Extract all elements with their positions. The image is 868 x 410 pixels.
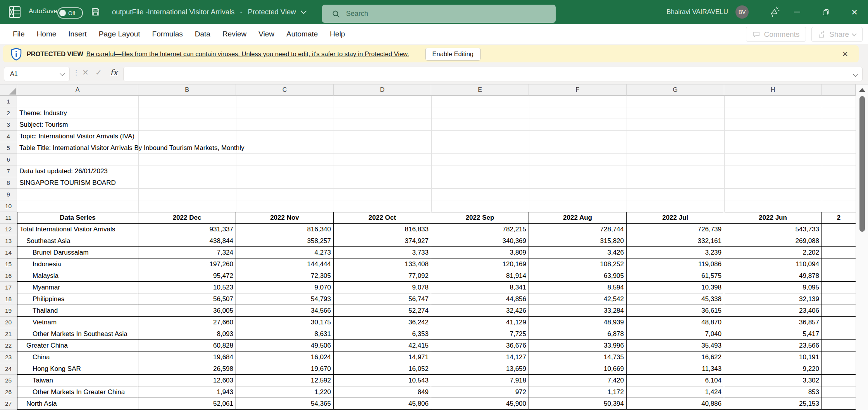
- confirm-entry-icon[interactable]: ✓: [95, 68, 102, 77]
- table-cell-label[interactable]: Myanmar: [17, 282, 138, 293]
- table-cell-value[interactable]: 12,592: [236, 375, 334, 386]
- table-cell-partial[interactable]: [822, 270, 856, 282]
- table-cell-value[interactable]: 7,725: [431, 328, 529, 340]
- table-cell-value[interactable]: 41,129: [431, 317, 529, 328]
- table-header-month[interactable]: 2022 Jul: [627, 212, 724, 224]
- table-cell-value[interactable]: 36,676: [431, 340, 529, 351]
- table-cell-value[interactable]: 56,747: [334, 293, 431, 305]
- row-header-9[interactable]: 9: [0, 189, 17, 200]
- column-header-partial[interactable]: [822, 84, 856, 96]
- table-cell-label[interactable]: Southeast Asia: [17, 235, 138, 247]
- table-header-month[interactable]: 2022 Dec: [138, 212, 236, 224]
- row-header-1[interactable]: 1: [0, 96, 17, 107]
- table-cell-value[interactable]: 3,426: [529, 247, 627, 258]
- table-cell-value[interactable]: 9,095: [724, 282, 822, 293]
- row-header-14[interactable]: 14: [0, 247, 17, 258]
- table-cell-value[interactable]: 36,005: [138, 305, 236, 317]
- table-cell-partial[interactable]: [822, 328, 856, 340]
- table-cell-value[interactable]: 19,684: [138, 351, 236, 363]
- cancel-entry-icon[interactable]: ✕: [82, 68, 89, 77]
- table-cell-value[interactable]: 816,340: [236, 224, 334, 235]
- save-icon[interactable]: [91, 7, 100, 17]
- table-cell-value[interactable]: 30,175: [236, 317, 334, 328]
- row-header-4[interactable]: 4: [0, 131, 17, 142]
- table-cell-value[interactable]: 34,566: [236, 305, 334, 317]
- row-header-8[interactable]: 8: [0, 177, 17, 189]
- table-cell-value[interactable]: 42,542: [529, 293, 627, 305]
- table-cell-value[interactable]: 16,622: [627, 351, 724, 363]
- table-cell-value[interactable]: 1,943: [138, 386, 236, 398]
- table-cell-value[interactable]: 853: [724, 386, 822, 398]
- table-cell-label[interactable]: Malaysia: [17, 270, 138, 282]
- close-button[interactable]: ✕: [842, 0, 867, 24]
- expand-formula-bar-icon[interactable]: [853, 72, 858, 77]
- row-header-11[interactable]: 11: [0, 212, 17, 224]
- table-cell-value[interactable]: 3,302: [724, 375, 822, 386]
- column-header-H[interactable]: H: [724, 84, 822, 96]
- column-header-G[interactable]: G: [627, 84, 724, 96]
- table-cell-label[interactable]: Brunei Darussalam: [17, 247, 138, 258]
- table-cell-value[interactable]: 726,739: [627, 224, 724, 235]
- table-cell-value[interactable]: 816,833: [334, 224, 431, 235]
- row-header-5[interactable]: 5: [0, 142, 17, 154]
- row-header-20[interactable]: 20: [0, 317, 17, 328]
- row-header-17[interactable]: 17: [0, 282, 17, 293]
- row-header-24[interactable]: 24: [0, 363, 17, 375]
- scrollbar-thumb[interactable]: [859, 96, 865, 232]
- table-header-data-series[interactable]: Data Series: [17, 212, 138, 224]
- table-cell-label[interactable]: Philippines: [17, 293, 138, 305]
- row-header-23[interactable]: 23: [0, 351, 17, 363]
- protected-view-message-link[interactable]: Be careful—files from the Internet can c…: [86, 50, 409, 58]
- restore-button[interactable]: [813, 0, 838, 24]
- table-cell-value[interactable]: 72,305: [236, 270, 334, 282]
- table-cell-value[interactable]: 19,670: [236, 363, 334, 375]
- table-cell-value[interactable]: 9,078: [334, 282, 431, 293]
- table-cell-label[interactable]: Total International Visitor Arrivals: [17, 224, 138, 235]
- table-cell-label[interactable]: Vietnam: [17, 317, 138, 328]
- table-header-month[interactable]: 2022 Sep: [431, 212, 529, 224]
- table-cell-partial[interactable]: [822, 351, 856, 363]
- table-cell-value[interactable]: 108,252: [529, 258, 627, 270]
- insert-function-icon[interactable]: fx: [110, 68, 118, 77]
- table-cell-value[interactable]: 133,408: [334, 258, 431, 270]
- table-cell-value[interactable]: 972: [431, 386, 529, 398]
- row-header-21[interactable]: 21: [0, 328, 17, 340]
- row-header-25[interactable]: 25: [0, 375, 17, 386]
- name-box[interactable]: A1: [4, 67, 70, 81]
- table-cell-value[interactable]: 36,242: [334, 317, 431, 328]
- feedback-icon[interactable]: [768, 7, 781, 18]
- table-cell-value[interactable]: 48,870: [627, 317, 724, 328]
- table-cell-label[interactable]: Other Markets In Southeast Asia: [17, 328, 138, 340]
- table-cell-value[interactable]: 10,669: [529, 363, 627, 375]
- table-header-month[interactable]: 2022 Nov: [236, 212, 334, 224]
- table-cell-value[interactable]: 54,793: [236, 293, 334, 305]
- table-cell-value[interactable]: 32,139: [724, 293, 822, 305]
- table-cell-value[interactable]: 81,914: [431, 270, 529, 282]
- table-cell-value[interactable]: 61,575: [627, 270, 724, 282]
- table-cell-value[interactable]: 14,735: [529, 351, 627, 363]
- table-cell-value[interactable]: 1,172: [529, 386, 627, 398]
- table-cell-value[interactable]: 849: [334, 386, 431, 398]
- table-cell-value[interactable]: 438,844: [138, 235, 236, 247]
- table-cell-value[interactable]: 7,420: [529, 375, 627, 386]
- table-cell-partial[interactable]: [822, 258, 856, 270]
- table-cell-label[interactable]: North Asia: [17, 398, 138, 410]
- menu-item-insert[interactable]: Insert: [68, 30, 87, 38]
- menu-item-home[interactable]: Home: [37, 30, 57, 38]
- table-cell-value[interactable]: 543,733: [724, 224, 822, 235]
- table-cell-value[interactable]: 49,878: [724, 270, 822, 282]
- table-cell-value[interactable]: 45,900: [431, 398, 529, 410]
- menu-item-file[interactable]: File: [13, 30, 25, 38]
- table-cell-value[interactable]: 7,040: [627, 328, 724, 340]
- table-cell-value[interactable]: 3,733: [334, 247, 431, 258]
- table-cell-value[interactable]: 10,398: [627, 282, 724, 293]
- table-cell-value[interactable]: 10,523: [138, 282, 236, 293]
- table-cell-value[interactable]: 119,086: [627, 258, 724, 270]
- menu-item-data[interactable]: Data: [195, 30, 210, 38]
- table-cell-value[interactable]: 8,093: [138, 328, 236, 340]
- table-cell-value[interactable]: 49,506: [236, 340, 334, 351]
- table-cell-value[interactable]: 45,338: [627, 293, 724, 305]
- table-cell-value[interactable]: 8,631: [236, 328, 334, 340]
- table-cell-value[interactable]: 25,153: [724, 398, 822, 410]
- row-header-27[interactable]: 27: [0, 398, 17, 410]
